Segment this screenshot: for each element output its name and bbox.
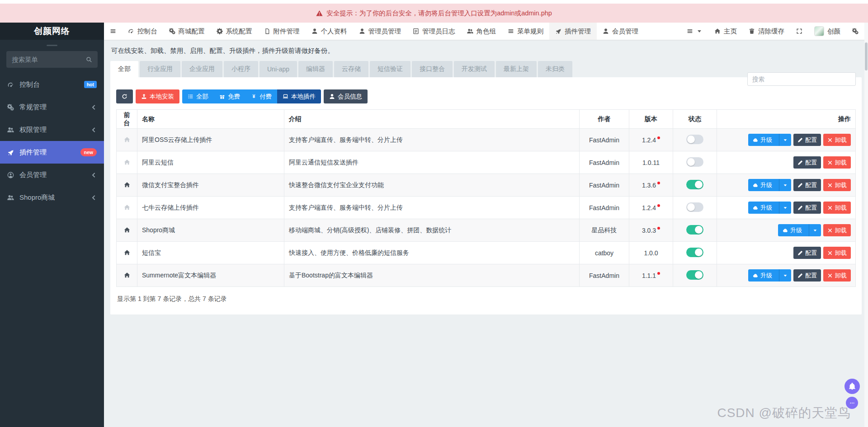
config-button[interactable]: 配置 bbox=[793, 156, 821, 169]
cloud-icon bbox=[753, 273, 758, 278]
tab-miniapp[interactable]: 小程序 bbox=[224, 61, 258, 77]
status-toggle[interactable] bbox=[686, 248, 703, 257]
upgrade-caret[interactable] bbox=[779, 269, 791, 282]
uninstall-button[interactable]: 卸载 bbox=[823, 247, 851, 259]
upgrade-caret[interactable] bbox=[779, 134, 791, 146]
filter-button-free[interactable]: 免费 bbox=[214, 89, 245, 103]
status-toggle[interactable] bbox=[686, 135, 703, 144]
tab-uncategorized[interactable]: 未归类 bbox=[538, 61, 572, 77]
filter-button-paid[interactable]: ¥付费 bbox=[245, 89, 277, 103]
uninstall-button[interactable]: 卸载 bbox=[823, 156, 851, 169]
sidebar-item-dashboard[interactable]: 控制台hot bbox=[0, 73, 104, 96]
settings-button[interactable] bbox=[846, 23, 864, 40]
fullscreen-button[interactable] bbox=[790, 23, 808, 40]
upgrade-caret[interactable] bbox=[779, 202, 791, 214]
topnav-item-label: 系统配置 bbox=[226, 27, 252, 36]
cell-intro: 快速接入、使用方便、价格低廉的短信服务 bbox=[284, 242, 580, 264]
sidebar-item-auth[interactable]: 权限管理 bbox=[0, 118, 104, 141]
user-menu[interactable]: 创颜 bbox=[808, 23, 846, 40]
topnav-item-member-manage[interactable]: 会员管理 bbox=[597, 23, 644, 40]
upgrade-main[interactable]: 升级 bbox=[748, 179, 777, 191]
status-toggle[interactable] bbox=[686, 225, 703, 235]
tab-newest[interactable]: 最新上架 bbox=[496, 61, 537, 77]
notification-fab-button[interactable] bbox=[844, 379, 860, 394]
upgrade-main[interactable]: 升级 bbox=[748, 202, 777, 214]
tab-cloud-storage[interactable]: 云存储 bbox=[334, 61, 368, 77]
toggle-knob bbox=[695, 181, 703, 188]
config-label: 配置 bbox=[805, 181, 817, 189]
status-toggle[interactable] bbox=[686, 270, 703, 280]
topnav-item-profile[interactable]: 个人资料 bbox=[306, 23, 353, 40]
clear-cache-button[interactable]: 清除缓存 bbox=[743, 23, 790, 40]
topnav-item-addon-manage[interactable]: 插件管理 bbox=[549, 23, 597, 40]
upgrade-button[interactable]: 升级 bbox=[748, 202, 791, 214]
filter-button-local[interactable]: 本地插件 bbox=[277, 89, 321, 103]
upgrade-main[interactable]: 升级 bbox=[748, 134, 777, 146]
upgrade-button[interactable]: 升级 bbox=[748, 269, 791, 282]
config-button[interactable]: 配置 bbox=[793, 247, 821, 259]
user-icon bbox=[603, 28, 609, 34]
upgrade-main[interactable]: 升级 bbox=[748, 269, 777, 282]
table-row: 阿里云短信阿里云通信短信发送插件FastAdmin1.0.11配置卸载 bbox=[117, 151, 856, 174]
uninstall-button[interactable]: 卸载 bbox=[823, 134, 851, 146]
gears-icon bbox=[852, 28, 859, 34]
upgrade-caret[interactable] bbox=[779, 179, 791, 191]
table-search-input[interactable] bbox=[752, 76, 851, 83]
filter-button-group: 全部免费¥付费本地插件 bbox=[182, 89, 321, 103]
upgrade-main[interactable]: 升级 bbox=[778, 224, 807, 236]
config-button[interactable]: 配置 bbox=[793, 269, 821, 282]
topnav-item-admin-log[interactable]: 管理员日志 bbox=[407, 23, 461, 40]
tab-uniapp[interactable]: Uni-app bbox=[259, 61, 297, 77]
scrollbar-thumb[interactable] bbox=[865, 42, 868, 70]
tab-industry[interactable]: 行业应用 bbox=[140, 61, 180, 77]
update-dot bbox=[657, 182, 660, 184]
user-icon bbox=[359, 28, 365, 34]
topnav-item-menu-rule[interactable]: 菜单规则 bbox=[502, 23, 549, 40]
sidebar-search-input[interactable] bbox=[12, 56, 82, 63]
config-button[interactable]: 配置 bbox=[793, 202, 821, 214]
sidebar-item-label: 控制台 bbox=[19, 80, 40, 89]
member-info-button[interactable]: 会员信息 bbox=[324, 89, 368, 103]
local-install-button[interactable]: 本地安装 bbox=[136, 89, 179, 103]
topnav-item-system-config[interactable]: 系统配置 bbox=[211, 23, 258, 40]
topnav-item-admin-manage[interactable]: 管理员管理 bbox=[353, 23, 407, 40]
upgrade-button[interactable]: 升级 bbox=[748, 179, 791, 191]
scrollbar-track[interactable] bbox=[864, 23, 868, 427]
x-icon bbox=[827, 160, 833, 165]
tab-sms-verify[interactable]: 短信验证 bbox=[370, 61, 410, 77]
topnav-item-attachment[interactable]: 附件管理 bbox=[258, 23, 306, 40]
topnav-item-dashboard[interactable]: 控制台 bbox=[122, 23, 163, 40]
tab-editor[interactable]: 编辑器 bbox=[298, 61, 333, 77]
status-toggle[interactable] bbox=[686, 180, 703, 189]
status-toggle[interactable] bbox=[686, 157, 703, 167]
sidebar-item-member[interactable]: 会员管理 bbox=[0, 164, 104, 186]
topnav-item-role-group[interactable]: 角色组 bbox=[461, 23, 502, 40]
sidebar-item-general[interactable]: 常规管理 bbox=[0, 96, 104, 118]
uninstall-button[interactable]: 卸载 bbox=[823, 224, 851, 236]
filter-button-all[interactable]: 全部 bbox=[182, 89, 214, 103]
tab-api[interactable]: 接口整合 bbox=[412, 61, 453, 77]
topbar-list-dropdown[interactable] bbox=[681, 23, 708, 40]
gauge-icon bbox=[7, 81, 14, 88]
topnav-item-mall-config[interactable]: 商城配置 bbox=[163, 23, 211, 40]
sidebar-toggle-button[interactable] bbox=[104, 23, 122, 40]
upgrade-button[interactable]: 升级 bbox=[778, 224, 821, 236]
tab-devtest[interactable]: 开发测试 bbox=[454, 61, 495, 77]
version-text: 1.0.0 bbox=[644, 249, 658, 257]
sidebar-item-addon[interactable]: 插件管理new bbox=[0, 141, 104, 164]
upgrade-caret[interactable] bbox=[809, 224, 821, 236]
uninstall-button[interactable]: 卸载 bbox=[823, 202, 851, 214]
cell-frontend bbox=[117, 151, 137, 174]
home-button[interactable]: 主页 bbox=[708, 23, 743, 40]
upgrade-button[interactable]: 升级 bbox=[748, 134, 791, 146]
config-button[interactable]: 配置 bbox=[793, 179, 821, 191]
uninstall-button[interactable]: 卸载 bbox=[823, 269, 851, 282]
refresh-button[interactable] bbox=[116, 89, 133, 103]
tab-all[interactable]: 全部 bbox=[110, 61, 138, 77]
uninstall-button[interactable]: 卸载 bbox=[823, 179, 851, 191]
status-toggle[interactable] bbox=[686, 202, 703, 212]
config-button[interactable]: 配置 bbox=[793, 134, 821, 146]
sidebar-item-shopro[interactable]: Shopro商城 bbox=[0, 186, 104, 209]
tab-enterprise[interactable]: 企业应用 bbox=[182, 61, 222, 77]
avatar bbox=[814, 26, 824, 36]
